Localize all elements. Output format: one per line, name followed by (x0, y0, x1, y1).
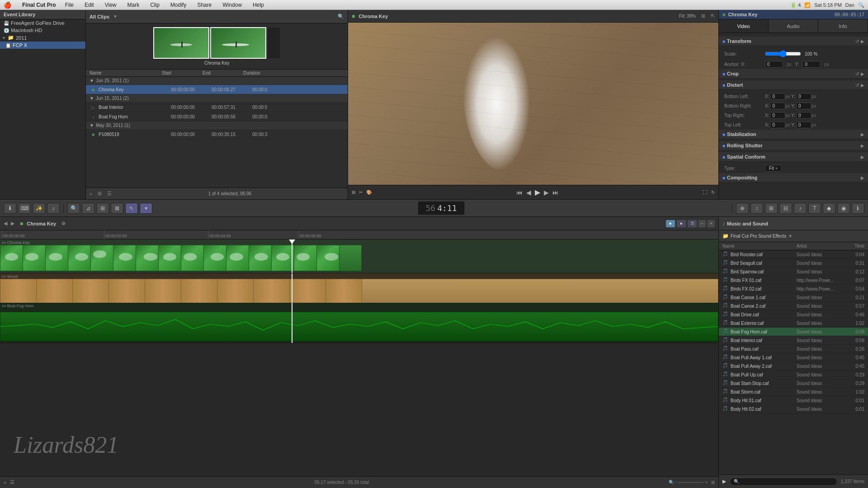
step-forward-button[interactable]: ▶ (544, 189, 549, 196)
tool-sync[interactable]: ↕ (750, 203, 763, 214)
add-clip-button[interactable]: + (90, 191, 92, 197)
comp-expand-icon[interactable]: ▶ (861, 175, 864, 180)
tl-forward-btn[interactable]: ▶ (11, 221, 14, 226)
bottomright-x[interactable] (770, 103, 785, 109)
tool-title[interactable]: T (808, 203, 821, 214)
tool-append[interactable]: ⊟ (779, 203, 792, 214)
distort-header[interactable]: ■ Distort ↺ ▶ (719, 80, 868, 90)
go-to-start-button[interactable]: ⏮ (516, 189, 523, 196)
music-row-4[interactable]: 🎵 Birds FX 02.caf http://www.Powe... 0:5… (719, 285, 868, 293)
menu-share[interactable]: Share (195, 2, 213, 8)
music-row-7[interactable]: 🎵 Boat Drive.caf Sound Ideas 0:46 (719, 310, 868, 319)
menu-view[interactable]: View (103, 2, 118, 8)
play-button[interactable]: ▶ (535, 188, 540, 197)
menu-edit[interactable]: Edit (83, 2, 96, 8)
anchor-x-input[interactable] (765, 61, 783, 68)
preview-fullscreen-button[interactable]: ⇱ (711, 13, 715, 19)
bottomleft-x[interactable] (770, 93, 785, 100)
chromakey-track-content[interactable] (0, 245, 718, 271)
music-row-5[interactable]: 🎵 Boat Canoe 1.caf Sound Ideas 0:21 (719, 293, 868, 302)
stabilization-header[interactable]: ■ Stabilization ▶ (719, 130, 868, 139)
tl-zoom-out[interactable]: − (698, 220, 706, 227)
music-row-8[interactable]: 🎵 Boat Exterior.caf Sound Ideas 1:02 (719, 319, 868, 328)
music-row-12[interactable]: 🎵 Boat Pull Away 1.caf Sound Ideas 0:45 (719, 353, 868, 362)
transform-enable-icon[interactable]: ■ (722, 39, 725, 44)
topright-y[interactable] (796, 112, 811, 119)
sc-expand-icon[interactable]: ▶ (861, 155, 864, 160)
audio-clip-foghorn[interactable] (0, 312, 718, 341)
clip-row-boatinterior[interactable]: ▷ Boat Interior 00:00:00:00 00:00:57:31 … (86, 103, 348, 112)
menu-clip[interactable]: Clip (148, 2, 161, 8)
topleft-x[interactable] (770, 122, 785, 128)
tool-blend[interactable]: ⊠ (111, 203, 123, 214)
transform-reset-icon[interactable]: ↺ (855, 39, 859, 44)
date-group-may30[interactable]: ▼ May 30, 2011 (1) (86, 122, 348, 130)
music-row-13[interactable]: 🎵 Boat Pull Away 2.caf Sound Ideas 0:45 (719, 362, 868, 371)
music-row-18[interactable]: 🎵 Body Hit 02.caf Sound Ideas 0:01 (719, 405, 868, 413)
tool-clip[interactable]: ⊞ (96, 203, 109, 214)
tool-enhance[interactable]: ✨ (33, 203, 45, 214)
menu-modify[interactable]: Modify (169, 2, 188, 8)
music-row-1[interactable]: 🎵 Bird Seagull.caf Sound Ideas 0:31 (719, 259, 868, 267)
music-row-3[interactable]: 🎵 Birds FX 01.caf http://www.Powe... 0:0… (719, 276, 868, 285)
film-thumb-2[interactable] (210, 27, 266, 59)
library-item-mac[interactable]: 💽 Macintosh HD (0, 27, 85, 34)
music-row-9[interactable]: 🎵 Boat Fog Horn.caf Sound Ideas 0:08 (719, 328, 868, 336)
compositing-header[interactable]: ■ Compositing ▶ (719, 173, 868, 183)
preview-expand-button[interactable]: ⛶ (703, 190, 708, 195)
tl-view-toggle3[interactable]: ☰ (688, 220, 697, 227)
menu-mark[interactable]: Mark (126, 2, 142, 8)
go-to-end-button[interactable]: ⏭ (552, 189, 559, 196)
tl-view-toggle2[interactable]: ■ (677, 220, 686, 227)
crop-header[interactable]: ■ Crop ↺ ▶ (719, 69, 868, 79)
bottomleft-y[interactable] (796, 93, 811, 100)
clips-dropdown-icon[interactable]: ▼ (113, 14, 118, 19)
sc-type-dropdown[interactable]: Fit ▾ (765, 165, 782, 172)
tl-zoom-in[interactable]: + (708, 220, 715, 227)
transform-header[interactable]: ■ Transform ↺ ▶ (719, 37, 868, 46)
transform-expand-icon[interactable]: ▶ (861, 39, 864, 44)
topleft-y[interactable] (796, 122, 811, 128)
music-search-box[interactable]: 🔍 (730, 478, 837, 486)
anchor-y-input[interactable] (802, 61, 821, 68)
tool-import[interactable]: ⬇ (4, 203, 16, 214)
rs-expand-icon[interactable]: ▶ (861, 143, 864, 148)
tl-fit-btn[interactable]: ⊞ (711, 480, 715, 485)
search-spotlight[interactable]: 🔍 (858, 2, 864, 8)
library-item-fcpx[interactable]: 📋 FCP X (0, 42, 85, 49)
menu-file[interactable]: File (63, 2, 75, 8)
topright-x[interactable] (770, 112, 785, 119)
tl-view-toggle1[interactable]: ■ (666, 220, 675, 227)
library-item-freeagent[interactable]: 💾 FreeAgent GoFlex Drive (0, 19, 85, 27)
distort-enable-icon[interactable]: ■ (722, 83, 725, 88)
clips-view-button[interactable]: ⊞ (98, 191, 102, 197)
crop-reset-icon[interactable]: ↺ (855, 71, 859, 76)
tool-overwrite[interactable]: ♪ (794, 203, 807, 214)
tl-list-view[interactable]: ☰ (10, 479, 14, 485)
menu-help[interactable]: Help (251, 2, 266, 8)
bottomright-y[interactable] (796, 103, 811, 109)
music-row-11[interactable]: 🎵 Boat Pass.caf Sound Ideas 0:26 (719, 345, 868, 353)
tool-audio-fx[interactable]: ℹ (852, 203, 864, 214)
preview-clip-button[interactable]: ✂ (359, 190, 363, 195)
menu-window[interactable]: Window (221, 2, 244, 8)
scale-slider[interactable] (765, 49, 801, 58)
date-group-jun15[interactable]: ▼ Jun 15, 2011 (2) (86, 94, 348, 103)
library-year-2011[interactable]: ▼ 📁 2011 (0, 34, 85, 42)
step-back-button[interactable]: ◀ (526, 189, 531, 196)
apple-menu[interactable]: 🍎 (4, 1, 11, 9)
date-group-jun25[interactable]: ▼ Jun 25, 2011 (1) (86, 77, 348, 85)
crop-enable-icon[interactable]: ■ (722, 71, 725, 76)
tool-audio[interactable]: ♪ (47, 203, 60, 214)
preview-crop-button[interactable]: ⊞ (352, 190, 355, 195)
tool-magnify[interactable]: 🔍 (67, 203, 80, 214)
tool-arrow-dropdown[interactable]: ▾ (140, 203, 152, 214)
tool-connect[interactable]: ⊕ (736, 203, 749, 214)
preview-zoom-button[interactable]: ⊞ (701, 13, 705, 19)
tool-arrow[interactable]: ↖ (125, 203, 138, 214)
tab-video[interactable]: Video (719, 19, 769, 33)
comp-enable-icon[interactable]: ■ (722, 175, 725, 180)
music-row-15[interactable]: 🎵 Boat Start-Stop.caf Sound Ideas 0:29 (719, 379, 868, 388)
music-row-17[interactable]: 🎵 Body Hit 01.caf Sound Ideas 0:01 (719, 396, 868, 405)
clip-row-chromakey[interactable]: ■ Chroma Key 00:00:00:00 00:00:06:27 00:… (86, 85, 348, 94)
